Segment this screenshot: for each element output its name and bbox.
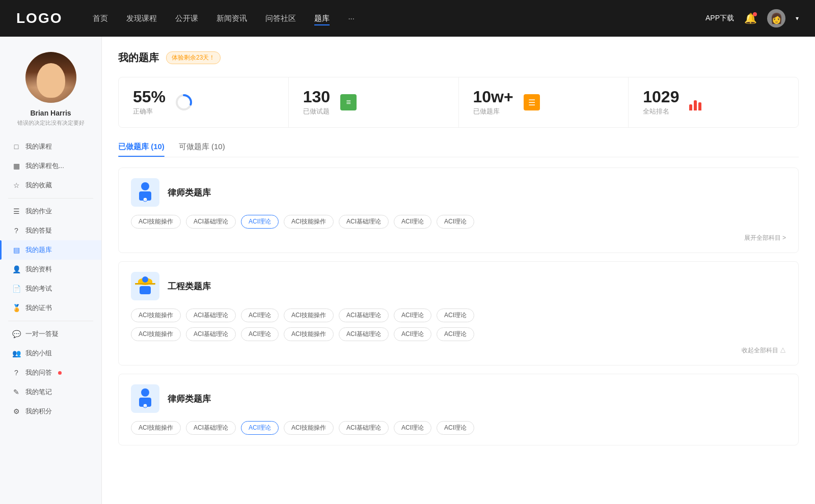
exams-label: 我的考试 xyxy=(25,284,52,293)
l2-tag-4[interactable]: ACI基础理论 xyxy=(339,421,389,435)
user-avatar[interactable]: 👩 xyxy=(767,9,785,27)
main-container: Brian Harris 错误的决定比没有决定要好 □ 我的课程 ▦ 我的课程包… xyxy=(0,37,815,504)
nav-link-news[interactable]: 新闻资讯 xyxy=(216,12,247,25)
profile-label: 我的资料 xyxy=(25,265,52,274)
sidebar-item-certificates[interactable]: 🏅 我的证书 xyxy=(0,298,101,318)
nav-right: APP下载 🔔 👩 ▾ xyxy=(705,9,799,27)
nav-link-quiz[interactable]: 题库 xyxy=(314,12,330,25)
sidebar-item-profile[interactable]: 👤 我的资料 xyxy=(0,260,101,279)
sidebar-item-group[interactable]: 👥 我的小组 xyxy=(0,344,101,363)
sidebar-item-points[interactable]: ⚙ 我的积分 xyxy=(0,402,101,421)
stat-rank-icon xyxy=(687,92,708,113)
tag-3[interactable]: ACI技能操作 xyxy=(284,215,334,229)
qb-section-header-3: ✓ 律师类题库 xyxy=(131,384,786,413)
notes-icon: ✎ xyxy=(12,388,20,396)
expand-link-1[interactable]: 展开全部科目 > xyxy=(131,234,786,242)
lawyer-svg-1: ✓ xyxy=(135,181,155,204)
engineer-icon xyxy=(131,272,159,300)
my-qa-icon: ? xyxy=(12,369,20,377)
page-header: 我的题库 体验剩余23天！ xyxy=(118,51,799,65)
tags-row-engineer-2: ACI技能操作 ACI基础理论 ACI理论 ACI技能操作 ACI基础理论 AC… xyxy=(131,327,786,341)
l2-tag-1[interactable]: ACI基础理论 xyxy=(186,421,236,435)
sidebar-user-motto: 错误的决定比没有决定要好 xyxy=(9,119,93,127)
list-icon: ☰ xyxy=(524,94,540,110)
notes-label: 我的笔记 xyxy=(25,387,52,397)
eng-tag-12[interactable]: ACI理论 xyxy=(394,327,431,341)
l2-tag-2[interactable]: ACI理论 xyxy=(241,421,279,435)
page-title: 我的题库 xyxy=(118,51,159,65)
courses-icon: □ xyxy=(12,143,20,151)
tag-5[interactable]: ACI理论 xyxy=(394,215,431,229)
sidebar-item-exams[interactable]: 📄 我的考试 xyxy=(0,279,101,298)
stat-done-banks-value: 10w+ xyxy=(473,89,513,105)
bar-1 xyxy=(689,104,692,110)
doc-icon: ≡ xyxy=(340,94,357,110)
eng-tag-3[interactable]: ACI技能操作 xyxy=(284,309,334,322)
quizbank-icon: ▤ xyxy=(12,246,20,254)
app-download-button[interactable]: APP下载 xyxy=(705,14,734,23)
eng-tag-1[interactable]: ACI基础理论 xyxy=(186,309,236,322)
eng-tag-4[interactable]: ACI基础理论 xyxy=(339,309,389,322)
collapse-link[interactable]: 收起全部科目 △ xyxy=(131,346,786,355)
eng-tag-0[interactable]: ACI技能操作 xyxy=(131,309,181,322)
sidebar-item-questions[interactable]: ? 我的答疑 xyxy=(0,221,101,240)
qb-title-engineer: 工程类题库 xyxy=(168,281,211,292)
eng-tag-7[interactable]: ACI技能操作 xyxy=(131,327,181,341)
nav-link-home[interactable]: 首页 xyxy=(93,12,108,25)
svg-text:✓: ✓ xyxy=(144,405,146,408)
svg-text:✓: ✓ xyxy=(144,199,146,202)
sidebar-item-one-on-one[interactable]: 💬 一对一答疑 xyxy=(0,324,101,344)
sidebar: Brian Harris 错误的决定比没有决定要好 □ 我的课程 ▦ 我的课程包… xyxy=(0,37,102,504)
eng-tag-8[interactable]: ACI基础理论 xyxy=(186,327,236,341)
tabs-row: 已做题库 (10) 可做题库 (10) xyxy=(118,142,799,157)
engineer-svg xyxy=(135,275,155,297)
nav-link-qa[interactable]: 问答社区 xyxy=(265,12,296,25)
eng-tag-11[interactable]: ACI基础理论 xyxy=(339,327,389,341)
eng-tag-2[interactable]: ACI理论 xyxy=(241,309,279,322)
points-label: 我的积分 xyxy=(25,407,52,416)
sidebar-menu: □ 我的课程 ▦ 我的课程包... ☆ 我的收藏 ☰ 我的作业 ? 我的答疑 ▤ xyxy=(0,137,101,421)
user-menu-chevron[interactable]: ▾ xyxy=(796,15,799,22)
lawyer-icon-1: ✓ xyxy=(131,178,159,207)
sidebar-item-course-packages[interactable]: ▦ 我的课程包... xyxy=(0,156,101,176)
eng-tag-5[interactable]: ACI理论 xyxy=(394,309,431,322)
tag-6[interactable]: ACI理论 xyxy=(437,215,474,229)
sidebar-item-homework[interactable]: ☰ 我的作业 xyxy=(0,202,101,221)
sidebar-divider-2 xyxy=(8,321,93,321)
eng-tag-9[interactable]: ACI理论 xyxy=(241,327,279,341)
l2-tag-0[interactable]: ACI技能操作 xyxy=(131,421,181,435)
homework-label: 我的作业 xyxy=(25,207,52,216)
sidebar-item-quizbank[interactable]: ▤ 我的题库 xyxy=(0,240,101,260)
stat-done-tests-text: 130 已做试题 xyxy=(303,89,330,116)
l2-tag-5[interactable]: ACI理论 xyxy=(394,421,431,435)
sidebar-item-favorites[interactable]: ☆ 我的收藏 xyxy=(0,176,101,195)
course-packages-label: 我的课程包... xyxy=(25,161,64,171)
sidebar-item-notes[interactable]: ✎ 我的笔记 xyxy=(0,382,101,402)
l2-tag-3[interactable]: ACI技能操作 xyxy=(284,421,334,435)
eng-tag-13[interactable]: ACI理论 xyxy=(437,327,474,341)
tag-0[interactable]: ACI技能操作 xyxy=(131,215,181,229)
nav-link-discover[interactable]: 发现课程 xyxy=(126,12,157,25)
l2-tag-6[interactable]: ACI理论 xyxy=(437,421,474,435)
nav-link-more[interactable]: ··· xyxy=(348,12,355,25)
sidebar-item-my-qa[interactable]: ? 我的问答 xyxy=(0,363,101,382)
eng-tag-10[interactable]: ACI技能操作 xyxy=(284,327,334,341)
stat-rank-text: 1029 全站排名 xyxy=(643,89,679,116)
lawyer-svg-2: ✓ xyxy=(135,387,155,410)
tab-done-banks[interactable]: 已做题库 (10) xyxy=(118,142,165,157)
tag-4[interactable]: ACI基础理论 xyxy=(339,215,389,229)
qb-section-lawyer-2: ✓ 律师类题库 ACI技能操作 ACI基础理论 ACI理论 ACI技能操作 AC… xyxy=(118,374,799,445)
sidebar-item-courses[interactable]: □ 我的课程 xyxy=(0,137,101,156)
courses-label: 我的课程 xyxy=(25,142,52,151)
tag-2[interactable]: ACI理论 xyxy=(241,215,279,229)
bar-2 xyxy=(694,100,697,110)
eng-tag-6[interactable]: ACI理论 xyxy=(437,309,474,322)
nav-link-open[interactable]: 公开课 xyxy=(175,12,198,25)
qb-title-lawyer-1: 律师类题库 xyxy=(168,187,211,199)
tab-available-banks[interactable]: 可做题库 (10) xyxy=(179,142,225,157)
notification-bell[interactable]: 🔔 xyxy=(744,12,757,24)
qb-section-lawyer-1: ✓ 律师类题库 ACI技能操作 ACI基础理论 ACI理论 ACI技能操作 AC… xyxy=(118,167,799,253)
svg-point-11 xyxy=(141,388,149,397)
course-packages-icon: ▦ xyxy=(12,162,20,170)
tag-1[interactable]: ACI基础理论 xyxy=(186,215,236,229)
